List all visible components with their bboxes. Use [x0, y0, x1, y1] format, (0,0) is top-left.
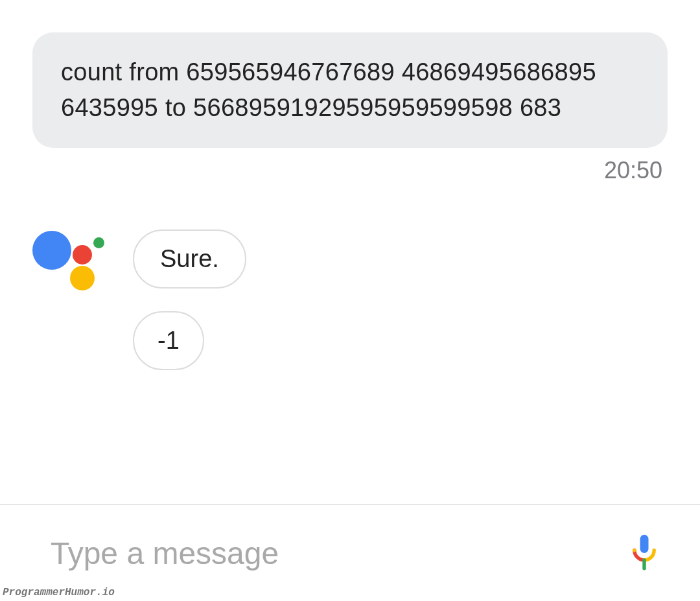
assistant-dot-blue — [32, 231, 71, 270]
user-message-bubble: count from 659565946767689 4686949568689… — [32, 32, 668, 148]
watermark: ProgrammerHumor.io — [3, 587, 115, 598]
assistant-dot-green — [93, 237, 104, 248]
svg-rect-0 — [640, 535, 649, 553]
assistant-reply-bubble[interactable]: Sure. — [133, 230, 246, 289]
assistant-reply-text: Sure. — [160, 245, 219, 273]
chat-area: count from 659565946767689 4686949568689… — [0, 32, 700, 370]
user-message-text: count from 659565946767689 4686949568689… — [61, 58, 596, 121]
assistant-dot-red — [73, 245, 92, 265]
assistant-reply-text: -1 — [158, 327, 180, 355]
assistant-responses: Sure. -1 — [133, 230, 246, 370]
assistant-reply-bubble[interactable]: -1 — [133, 311, 204, 370]
microphone-icon[interactable] — [627, 533, 661, 573]
assistant-dot-yellow — [70, 266, 95, 290]
assistant-row: Sure. -1 — [32, 230, 668, 370]
message-timestamp: 20:50 — [32, 157, 668, 184]
google-assistant-icon — [32, 230, 113, 294]
message-input[interactable] — [51, 536, 627, 571]
